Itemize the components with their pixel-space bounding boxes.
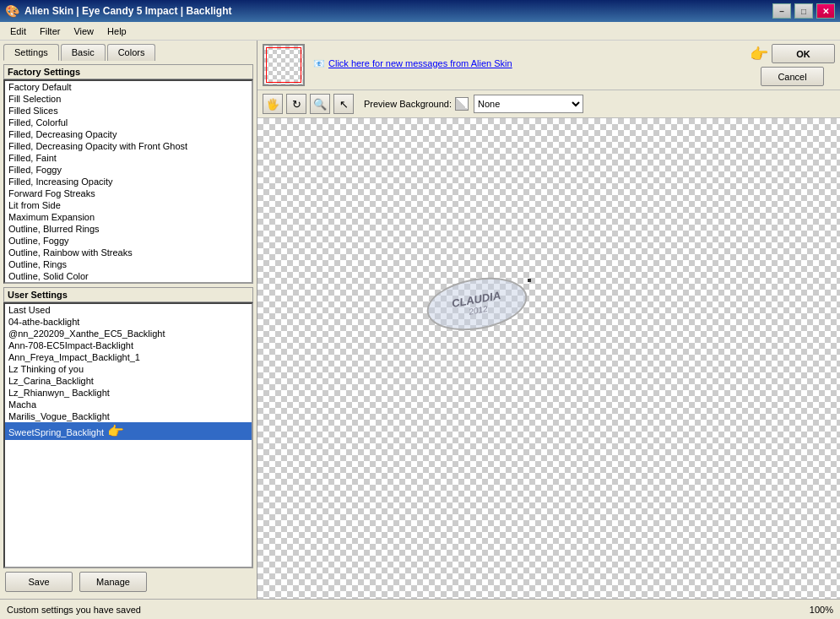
user-settings-section: User Settings Last Used04-athe-backlight… (3, 287, 253, 568)
user-list-item[interactable]: Lz_Carina_Backlight (5, 375, 252, 387)
factory-list-item[interactable]: Forward Fog Streaks (5, 187, 252, 199)
factory-list-item[interactable]: Outline, Rings (5, 258, 252, 270)
user-list-item[interactable]: Lz_Rhianwyn_ Backlight (5, 387, 252, 399)
factory-list-item[interactable]: Outline, Solid Color (5, 270, 252, 282)
bottom-buttons: Save Manage (3, 568, 253, 595)
tab-bar: Settings Basic Colors (3, 44, 253, 61)
tab-colors[interactable]: Colors (107, 44, 156, 61)
ok-cancel-area: 👉 OK Cancel (750, 44, 835, 86)
hand-pointer-icon: 👉 (750, 45, 768, 63)
left-panel: Settings Basic Colors Factory Settings F… (0, 41, 257, 599)
preview-area[interactable]: CLAUDIA 2012 (257, 118, 840, 599)
settings-content: Factory Settings Factory DefaultFill Sel… (3, 64, 253, 595)
titlebar: 🎨 Alien Skin | Eye Candy 5 Impact | Back… (0, 0, 840, 22)
right-panel: 📧 Click here for new messages from Alien… (257, 41, 840, 599)
save-button[interactable]: Save (5, 572, 73, 592)
top-toolbar: 📧 Click here for new messages from Alien… (257, 41, 840, 90)
ok-button[interactable]: OK (772, 44, 835, 63)
cancel-button[interactable]: Cancel (761, 67, 824, 86)
title-icon: 🎨 (5, 4, 19, 18)
user-list-item[interactable]: Ann_Freya_Impact_Backlight_1 (5, 351, 252, 363)
user-list-item[interactable]: SweetSpring_Backlight 👉 (5, 422, 252, 440)
preview-bg-label: Preview Background: (364, 99, 452, 109)
preview-bg-swatch (455, 97, 469, 111)
title-text: Alien Skin | Eye Candy 5 Impact | Backli… (24, 5, 232, 17)
minimize-button[interactable]: – (772, 3, 791, 19)
preview-bg-select[interactable]: None Black White Custom... (474, 95, 583, 113)
menu-view[interactable]: View (67, 24, 100, 38)
menu-filter[interactable]: Filter (33, 24, 67, 38)
user-list-item[interactable]: Macha (5, 399, 252, 410)
factory-list-item[interactable]: Outline, Foggy (5, 235, 252, 247)
pointer-icon: ↖ (339, 98, 349, 111)
factory-list-item[interactable]: Factory Default (5, 81, 252, 93)
manage-button[interactable]: Manage (79, 572, 147, 592)
user-list-item[interactable]: @nn_220209_Xanthe_EC5_Backlight (5, 328, 252, 339)
factory-list-item[interactable]: Maximum Expansion (5, 211, 252, 223)
alien-skin-link-icon: 📧 (313, 58, 325, 69)
user-list-item[interactable]: Last Used (5, 304, 252, 316)
main-container: Settings Basic Colors Factory Settings F… (0, 41, 840, 599)
factory-list-item[interactable]: Filled, Foggy (5, 164, 252, 176)
maximize-button[interactable]: □ (794, 3, 813, 19)
rotate-tool-button[interactable]: ↻ (286, 94, 306, 114)
pan-tool-button[interactable]: 🖐 (263, 94, 283, 114)
toolbar2: 🖐 ↻ 🔍 ↖ Preview Background: None Black W… (257, 90, 840, 118)
user-list-item[interactable]: 04-athe-backlight (5, 316, 252, 328)
user-settings-label: User Settings (3, 287, 253, 302)
zoom-tool-button[interactable]: 🔍 (310, 94, 330, 114)
factory-list-item[interactable]: Filled, Decreasing Opacity with Front Gh… (5, 140, 252, 152)
tab-basic[interactable]: Basic (61, 44, 106, 61)
factory-list-item[interactable]: Filled, Faint (5, 152, 252, 164)
factory-list-item[interactable]: Lit from Side (5, 199, 252, 211)
user-list-item[interactable]: Ann-708-EC5Impact-Backlight (5, 339, 252, 351)
close-button[interactable]: ✕ (816, 3, 835, 19)
user-settings-list[interactable]: Last Used04-athe-backlight@nn_220209_Xan… (3, 302, 253, 568)
factory-list-item[interactable]: Fill Selection (5, 93, 252, 105)
status-message: Custom settings you have saved (7, 605, 141, 615)
statusbar: Custom settings you have saved 100% (0, 599, 840, 619)
menu-edit[interactable]: Edit (3, 24, 33, 38)
user-list-item[interactable]: Marilis_Vogue_Backlight (5, 410, 252, 422)
factory-settings-list[interactable]: Factory DefaultFill SelectionFilled Slic… (3, 79, 253, 284)
factory-list-item[interactable]: Filled, Colorful (5, 117, 252, 128)
factory-list-item[interactable]: Filled, Increasing Opacity (5, 176, 252, 187)
zoom-icon: 🔍 (313, 98, 327, 111)
factory-list-item[interactable]: Filled, Decreasing Opacity (5, 128, 252, 140)
preview-thumbnail (263, 44, 305, 86)
menu-help[interactable]: Help (100, 24, 133, 38)
menubar: Edit Filter View Help (0, 22, 840, 41)
factory-settings-label: Factory Settings (3, 64, 253, 79)
cursor-position (528, 279, 531, 282)
tab-settings[interactable]: Settings (3, 44, 59, 61)
watermark: CLAUDIA 2012 (423, 270, 532, 338)
factory-list-item[interactable]: Outline, Rainbow with Streaks (5, 247, 252, 258)
alien-skin-link[interactable]: Click here for new messages from Alien S… (328, 58, 746, 68)
rotate-icon: ↻ (292, 98, 301, 111)
user-list-item[interactable]: Lz Thinking of you (5, 363, 252, 375)
factory-list-item[interactable]: Filled Slices (5, 105, 252, 117)
factory-list-item[interactable]: Outline, Blurred Rings (5, 223, 252, 235)
zoom-level: 100% (810, 605, 833, 615)
factory-settings-section: Factory Settings Factory DefaultFill Sel… (3, 64, 253, 284)
pointer-tool-button[interactable]: ↖ (333, 94, 354, 114)
pan-icon: 🖐 (266, 98, 279, 111)
